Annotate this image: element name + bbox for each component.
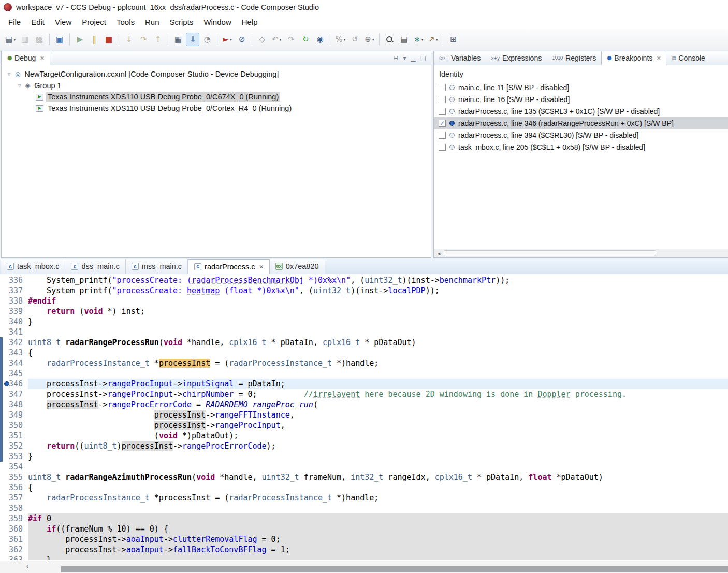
toggle-breakpoint-button[interactable]: ►▾ <box>221 33 234 46</box>
collapse-all-icon[interactable]: ⊟ <box>393 54 398 62</box>
connect-target-button[interactable]: ◉ <box>313 33 327 46</box>
code-line-text[interactable]: { <box>28 348 728 358</box>
code-line-text[interactable]: } <box>28 451 728 462</box>
line-number[interactable]: 352 <box>0 441 28 451</box>
code-line-text[interactable]: radarProcessInstance_t *processInst = (r… <box>28 358 728 368</box>
line-number[interactable]: 351 <box>0 431 28 441</box>
save-button[interactable]: ▥ <box>18 33 32 46</box>
memory-browser-button[interactable]: ▤ <box>397 33 411 46</box>
instruction-stepping-button[interactable]: ⇓ <box>186 33 199 46</box>
scroll-left-icon[interactable]: ◂ <box>435 250 443 256</box>
step-into-button[interactable]: ↓ <box>122 33 136 46</box>
code-line-text[interactable]: } <box>28 317 728 327</box>
code-line-text[interactable] <box>28 462 728 472</box>
line-number[interactable]: 338 <box>0 296 28 306</box>
code-line-text[interactable]: uint8_t radarRangeAzimuthProcessRun(void… <box>28 472 728 482</box>
code-line-text[interactable]: processInst->rangeProcErrorCode = RADARD… <box>28 399 728 410</box>
code-line-text[interactable]: { <box>28 482 728 493</box>
code-line-text[interactable]: #endif <box>28 296 728 306</box>
code-line-text[interactable]: processInst->rangeProcInput->inputSignal… <box>28 379 728 389</box>
editor-tab-task_mbox.c[interactable]: ctask_mbox.c <box>1 259 65 274</box>
breakpoint-marker-icon[interactable] <box>4 381 9 386</box>
close-icon[interactable]: × <box>259 263 264 270</box>
scrollbar-thumb[interactable] <box>61 566 728 572</box>
line-number[interactable]: 342 <box>0 337 28 348</box>
code-line-text[interactable]: return (void *) inst; <box>28 306 728 317</box>
expand-chevron-icon[interactable]: ▿ <box>16 82 23 89</box>
tools-button[interactable]: ⊕▾ <box>362 33 376 46</box>
profile-button[interactable]: ◔ <box>200 33 214 46</box>
code-line-text[interactable]: if((frameNum % 10) == 0) { <box>28 524 728 534</box>
scroll-left-icon[interactable]: ‹ <box>23 562 32 570</box>
refresh-button[interactable]: ↻ <box>299 33 312 46</box>
debug-tree-item[interactable]: ▶Texas Instruments XDS110 USB Debug Prob… <box>2 103 431 114</box>
line-number[interactable]: 356 <box>0 482 28 493</box>
editor-hscrollbar[interactable]: ‹ <box>0 561 728 573</box>
view-registers-button[interactable]: ▦ <box>171 33 185 46</box>
line-number[interactable]: 339 <box>0 306 28 317</box>
breakpoint-checkbox[interactable] <box>439 108 446 115</box>
code-line-text[interactable] <box>28 503 728 513</box>
breakpoint-row[interactable]: radarProcess.c, line 394 ($C$RL30) [S/W … <box>434 129 728 141</box>
breakpoint-checkbox[interactable] <box>439 132 446 139</box>
code-line-text[interactable] <box>28 368 728 379</box>
maximize-icon[interactable]: □ <box>420 54 426 62</box>
debug-monitor-button[interactable]: ▣ <box>53 33 66 46</box>
code-line-text[interactable]: processInst->aoaInput->fallBackToConvBFF… <box>28 545 728 555</box>
code-line-text[interactable]: processInst->aoaInput->clutterRemovalFla… <box>28 534 728 545</box>
suspend-button[interactable]: ‖ <box>88 33 101 46</box>
pin-wand-button[interactable]: ↗▾ <box>426 33 440 46</box>
step-return-button[interactable]: ↑ <box>151 33 165 46</box>
dropdown-caret-icon[interactable]: ▾ <box>372 37 374 42</box>
dropdown-caret-icon[interactable]: ▾ <box>13 37 16 42</box>
breakpoint-checkbox[interactable] <box>439 144 446 151</box>
tab-expressions[interactable]: x+yExpressions <box>486 51 547 65</box>
menu-run[interactable]: Run <box>140 16 165 28</box>
menu-window[interactable]: Window <box>198 16 236 28</box>
breakpoint-row[interactable]: ✓radarProcess.c, line 346 (radarRangePro… <box>434 117 728 129</box>
line-number[interactable]: 359 <box>0 513 28 524</box>
step-over-button[interactable]: ↷ <box>137 33 150 46</box>
code-line-text[interactable]: processInst->rangeProcInput->chirpNumber… <box>28 389 728 399</box>
tab-registers[interactable]: 1010Registers <box>547 51 601 65</box>
debug-tree-item[interactable]: ▿◎NewTargetConfiguration.ccxml [Code Com… <box>2 68 431 80</box>
line-number[interactable]: 362 <box>0 545 28 555</box>
dropdown-caret-icon[interactable]: ▾ <box>279 37 281 42</box>
code-line-text[interactable]: #if 0 <box>28 513 728 524</box>
menu-help[interactable]: Help <box>237 16 263 28</box>
code-line-text[interactable]: radarProcessInstance_t *processInst = (r… <box>28 493 728 503</box>
scrollbar-thumb[interactable] <box>444 250 656 256</box>
rewind-button[interactable]: ↺ <box>348 33 361 46</box>
menu-tools[interactable]: Tools <box>111 16 140 28</box>
tab-debug[interactable]: ● Debug × <box>2 51 50 65</box>
tab-variables[interactable]: (x)=Variables <box>434 51 486 65</box>
terminate-button[interactable]: ■ <box>102 33 115 46</box>
line-number[interactable]: 340 <box>0 317 28 327</box>
search-button[interactable] <box>383 33 396 46</box>
line-number[interactable]: 360 <box>0 524 28 534</box>
breakpoint-checkbox[interactable] <box>439 84 446 91</box>
save-all-button[interactable]: ▩ <box>33 33 46 46</box>
code-line-text[interactable] <box>28 327 728 337</box>
skip-all-breakpoints-button[interactable]: ⊘ <box>235 33 249 46</box>
line-number[interactable]: 354 <box>0 462 28 472</box>
line-number[interactable]: 357 <box>0 493 28 503</box>
dropdown-caret-icon[interactable]: ▾ <box>343 37 345 42</box>
dropdown-caret-icon[interactable]: ▾ <box>421 37 424 42</box>
menu-file[interactable]: File <box>3 16 26 28</box>
line-number[interactable]: 345 <box>0 368 28 379</box>
line-number[interactable]: 355 <box>0 472 28 482</box>
code-line-text[interactable]: uint8_t radarRangeProcessRun(void *handl… <box>28 337 728 348</box>
debug-tree-item[interactable]: ▿◈Group 1 <box>2 80 431 91</box>
minimize-icon[interactable]: ▁ <box>411 54 415 62</box>
debug-tree-item[interactable]: ▶Texas Instruments XDS110 USB Debug Prob… <box>2 91 431 103</box>
breakpoint-checkbox[interactable] <box>439 96 446 103</box>
code-line-text[interactable]: System_printf("processCreate: (radarProc… <box>28 275 728 285</box>
view-menu-icon[interactable]: ▾ <box>403 54 406 62</box>
close-icon[interactable]: × <box>40 54 44 62</box>
trace-button[interactable]: %▾ <box>333 33 347 46</box>
line-number[interactable]: 348 <box>0 399 28 410</box>
line-number[interactable]: 358 <box>0 503 28 513</box>
editor-tab-radarprocess.c[interactable]: cradarProcess.c× <box>188 259 270 274</box>
reset-target-button[interactable]: ↶▾ <box>270 33 283 46</box>
